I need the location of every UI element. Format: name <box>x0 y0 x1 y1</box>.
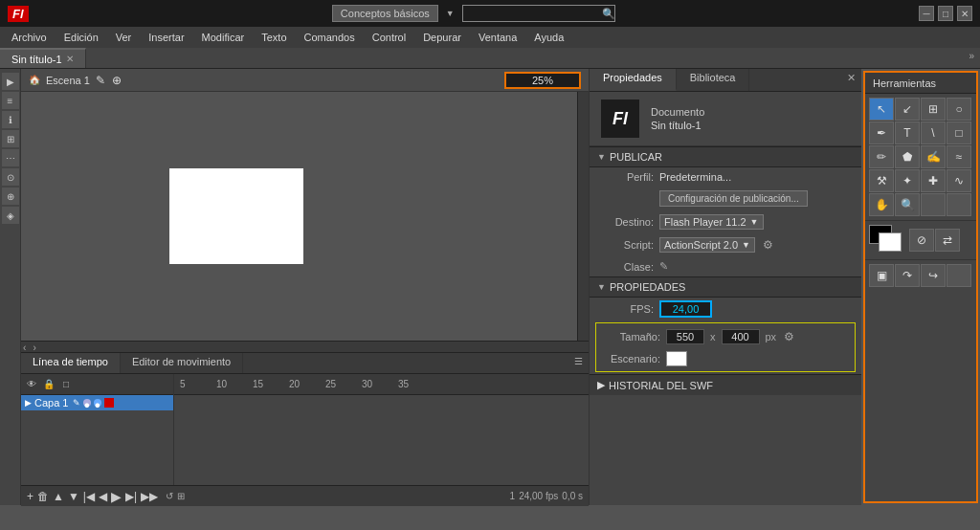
main-content: ▶ ≡ ℹ ⊞ ⋯ ⊙ ⊕ ◈ 🏠 Escena 1 ✎ ⊕ <box>0 69 980 505</box>
strip-btn-7[interactable]: ⊕ <box>2 188 19 205</box>
search-input[interactable] <box>462 5 615 22</box>
tabs-expand-button[interactable]: » <box>963 48 980 68</box>
config-btn[interactable]: Configuración de publicación... <box>659 190 808 207</box>
tool-zoom[interactable]: 🔍 <box>895 193 920 216</box>
canvas-stage <box>169 168 303 264</box>
tl-next-frame-btn[interactable]: ▶| <box>125 490 137 503</box>
fps-input[interactable] <box>659 300 712 318</box>
minimize-button[interactable]: ─ <box>919 6 934 21</box>
tool-text[interactable]: T <box>895 121 920 144</box>
strip-btn-5[interactable]: ⋯ <box>2 149 19 166</box>
ruler-25: 25 <box>323 379 360 389</box>
tl-move-down-btn[interactable]: ▼ <box>68 490 79 503</box>
script-dropdown[interactable]: ActionScript 2.0 ▼ <box>659 237 755 253</box>
tool-no-color[interactable]: ⊘ <box>909 229 934 252</box>
tab-sintitulo1[interactable]: Sin título-1 ✕ <box>0 48 86 68</box>
strip-btn-2[interactable]: ≡ <box>2 92 19 109</box>
propiedades-section-header[interactable]: ▼ PROPIEDADES <box>590 276 861 298</box>
tool-select[interactable]: ↖ <box>869 98 894 121</box>
propiedades-label: PROPIEDADES <box>610 281 685 293</box>
scene-add-icon[interactable]: ⊕ <box>112 74 122 87</box>
tamano-w-input[interactable] <box>666 329 704 344</box>
tl-loop-controls: ↺ ⊞ <box>166 491 185 501</box>
menu-modificar[interactable]: Modificar <box>194 30 253 45</box>
panel-tab-propiedades[interactable]: Propiedades <box>590 69 677 91</box>
script-settings-icon[interactable]: ⚙ <box>763 238 773 252</box>
menu-archivo[interactable]: Archivo <box>4 30 55 45</box>
tamano-h-input[interactable] <box>722 329 760 344</box>
tl-frames-icon[interactable]: ⊞ <box>177 491 185 501</box>
ruler-10: 10 <box>214 379 251 389</box>
tl-play-btn[interactable]: ▶ <box>111 489 122 504</box>
strip-btn-3[interactable]: ℹ <box>2 111 19 128</box>
tl-move-up-btn[interactable]: ▲ <box>53 490 64 503</box>
maximize-button[interactable]: □ <box>938 6 953 21</box>
menu-ver[interactable]: Ver <box>108 30 140 45</box>
fill-color-swatch[interactable] <box>879 232 902 252</box>
timeline-tab-linea[interactable]: Línea de tiempo <box>21 353 121 373</box>
tool-transform[interactable]: ⊞ <box>921 98 946 121</box>
strip-btn-1[interactable]: ▶ <box>2 73 19 90</box>
menu-edicion[interactable]: Edición <box>56 30 106 45</box>
menu-depurar[interactable]: Depurar <box>415 30 469 45</box>
zoom-input[interactable] <box>504 72 581 89</box>
tool-snap[interactable]: ▣ <box>869 264 894 287</box>
layer-dot1: ● <box>83 399 91 407</box>
strip-btn-4[interactable]: ⊞ <box>2 130 19 147</box>
tool-deco[interactable]: ✦ <box>895 169 920 192</box>
tab-close-icon[interactable]: ✕ <box>66 54 74 64</box>
tl-play-begin-btn[interactable]: |◀ <box>83 490 95 503</box>
panel-tab-biblioteca[interactable]: Biblioteca <box>677 69 750 91</box>
layer-edit-icon[interactable]: ✎ <box>73 398 80 408</box>
tool-rect[interactable]: □ <box>947 121 971 144</box>
close-button[interactable]: ✕ <box>957 6 972 21</box>
tool-brush[interactable]: ⬟ <box>895 145 920 168</box>
canvas-viewport[interactable] <box>21 92 577 341</box>
menu-texto[interactable]: Texto <box>254 30 294 45</box>
layer-frame-marker <box>104 398 114 408</box>
ruler-20: 20 <box>287 379 323 389</box>
tl-play-end-btn[interactable]: ▶▶ <box>141 490 158 503</box>
tool-smooth[interactable]: ↷ <box>895 264 920 287</box>
tool-lasso[interactable]: ○ <box>947 98 971 121</box>
canvas-hscroll[interactable]: ‹ › <box>21 341 589 352</box>
search-dropdown[interactable]: Conceptos básicos <box>332 5 438 22</box>
lock-icon: 🔒 <box>42 378 56 391</box>
tool-pencil[interactable]: ✏ <box>869 145 894 168</box>
tl-prev-frame-btn[interactable]: ◀ <box>99 490 107 503</box>
tool-swap-colors[interactable]: ⇄ <box>935 229 960 252</box>
tl-loop-btn[interactable]: ↺ <box>166 491 173 501</box>
tl-delete-layer-btn[interactable]: 🗑 <box>37 490 49 503</box>
publicar-section-header[interactable]: ▼ PUBLICAR <box>590 146 861 167</box>
tool-pen[interactable]: ✒ <box>869 121 894 144</box>
panel-close-btn[interactable]: ✕ <box>841 69 861 91</box>
strip-btn-8[interactable]: ◈ <box>2 207 19 224</box>
menu-comandos[interactable]: Comandos <box>297 30 363 45</box>
clase-edit-icon[interactable]: ✎ <box>659 260 668 273</box>
historial-section-header[interactable]: ▶ HISTORIAL DEL SWF <box>590 374 861 395</box>
tool-ink[interactable]: ✍ <box>921 145 946 168</box>
layer-capa1[interactable]: ▶ Capa 1 ✎ ● ● <box>21 395 173 410</box>
tool-paint[interactable]: ≈ <box>947 145 971 168</box>
menu-ayuda[interactable]: Ayuda <box>526 30 571 45</box>
menu-control[interactable]: Control <box>365 30 413 45</box>
tamano-settings-icon[interactable]: ⚙ <box>784 330 794 343</box>
timeline-options-btn[interactable]: ☰ <box>568 353 589 373</box>
scene-edit-icon[interactable]: ✎ <box>96 74 105 87</box>
menu-insertar[interactable]: Insertar <box>141 30 191 45</box>
destino-dropdown[interactable]: Flash Player 11.2 ▼ <box>659 214 764 230</box>
strip-btn-6[interactable]: ⊙ <box>2 168 19 186</box>
canvas-vscroll[interactable] <box>577 92 589 341</box>
escenario-color-swatch[interactable] <box>666 351 687 366</box>
timeline-tab-editor[interactable]: Editor de movimiento <box>121 353 243 373</box>
tl-add-layer-btn[interactable]: + <box>27 490 33 503</box>
tool-subselect[interactable]: ↙ <box>895 98 920 121</box>
tool-free-transform[interactable]: ✚ <box>921 169 946 192</box>
menu-ventana[interactable]: Ventana <box>471 30 524 45</box>
tool-gradient[interactable]: ∿ <box>947 169 971 192</box>
tool-bone[interactable]: ⚒ <box>869 169 894 192</box>
tool-straighten[interactable]: ↪ <box>921 264 946 287</box>
tool-line[interactable]: \ <box>921 121 946 144</box>
tool-hand[interactable]: ✋ <box>869 193 894 216</box>
properties-area: Propiedades Biblioteca ✕ Fl Documento Si… <box>589 69 861 505</box>
